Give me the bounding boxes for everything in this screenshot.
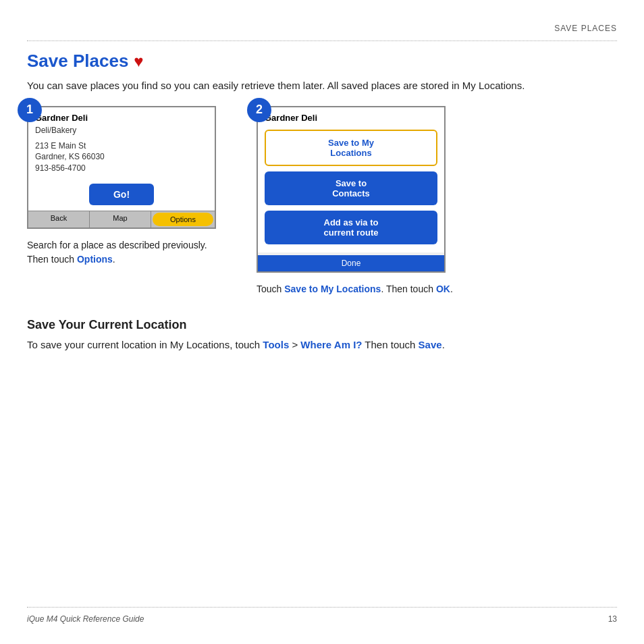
footer-page-number: 13: [608, 614, 617, 624]
done-bar[interactable]: Done: [258, 255, 444, 271]
step-2-screen: Gardner Deli Save to MyLocations Save to…: [257, 106, 446, 273]
save-my-locations-btn[interactable]: Save to MyLocations: [265, 130, 437, 166]
step-1-address-line3: 913-856-4700: [35, 163, 208, 174]
footer-guide-name: iQue M4 Quick Reference Guide: [27, 614, 144, 624]
header-rule: [27, 41, 617, 41]
page-title-text: Save Places: [27, 51, 128, 72]
options-highlight: Options: [77, 254, 113, 265]
tools-highlight: Tools: [263, 339, 289, 350]
step-2-place-name: Gardner Deli: [265, 113, 437, 123]
step-1-category: Deli/Bakery: [35, 126, 208, 135]
step-2-image-wrapper: 2 Gardner Deli Save to MyLocations Save …: [257, 106, 452, 273]
footer: iQue M4 Quick Reference Guide 13: [27, 607, 617, 624]
main-content: Save Places ♥ You can save places you fi…: [27, 51, 617, 352]
section2-title: Save Your Current Location: [27, 318, 617, 332]
steps-row: 1 Gardner Deli Deli/Bakery 213 E Main St…: [27, 106, 617, 296]
add-via-btn[interactable]: Add as via tocurrent route: [265, 211, 437, 244]
heart-icon: ♥: [134, 52, 143, 71]
step-1-image-wrapper: 1 Gardner Deli Deli/Bakery 213 E Main St…: [27, 106, 223, 229]
save-highlight: Save: [419, 339, 442, 350]
bottom-btn-options[interactable]: Options: [153, 213, 213, 226]
save-contacts-btn[interactable]: Save toContacts: [265, 171, 437, 205]
step-1-address-line1: 213 E Main St: [35, 140, 208, 152]
bottom-btn-map[interactable]: Map: [90, 211, 151, 227]
step-1-screen: Gardner Deli Deli/Bakery 213 E Main St G…: [27, 106, 216, 229]
page-title: Save Places ♥: [27, 51, 617, 72]
step-2-caption: Touch Save to My Locations. Then touch O…: [257, 282, 453, 296]
step-1-bottom-bar: Back Map Options: [28, 211, 215, 227]
intro-text: You can save places you find so you can …: [27, 78, 581, 94]
step-2-badge: 2: [247, 98, 271, 122]
step-1-block: 1 Gardner Deli Deli/Bakery 213 E Main St…: [27, 106, 230, 267]
step-1-place-name: Gardner Deli: [35, 113, 208, 123]
page-header: SAVE PLACES: [554, 24, 617, 33]
step-1-screen-inner: Gardner Deli Deli/Bakery 213 E Main St G…: [28, 107, 215, 211]
step-1-caption: Search for a place as described previous…: [27, 238, 230, 267]
step-1-address: 213 E Main St Gardner, KS 66030 913-856-…: [35, 140, 208, 174]
bottom-btn-back[interactable]: Back: [28, 211, 90, 227]
where-am-i-highlight: Where Am I?: [300, 339, 362, 350]
go-button-container: Go!: [35, 180, 208, 211]
step-1-badge: 1: [18, 98, 42, 122]
step-2-screen-inner: Gardner Deli Save to MyLocations Save to…: [258, 107, 444, 252]
step-2-block: 2 Gardner Deli Save to MyLocations Save …: [257, 106, 459, 296]
ok-highlight: OK: [436, 284, 450, 294]
step-1-address-line2: Gardner, KS 66030: [35, 151, 208, 163]
save-my-loc-highlight: Save to My Locations: [284, 284, 381, 294]
go-button[interactable]: Go!: [89, 184, 154, 205]
section2-text: To save your current location in My Loca…: [27, 338, 581, 353]
